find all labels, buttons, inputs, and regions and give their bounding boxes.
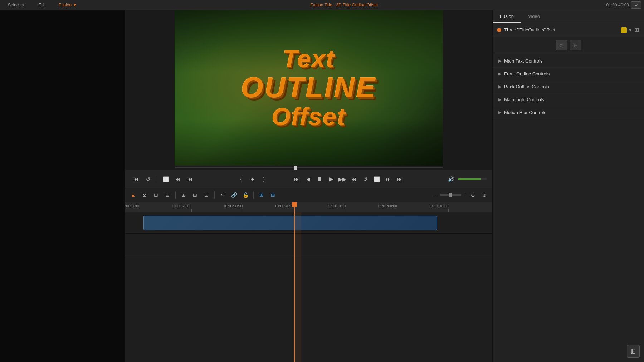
step-back-btn[interactable]: ◀ <box>303 174 313 184</box>
scrubber-track <box>175 167 443 168</box>
scrubber-head[interactable] <box>294 166 297 170</box>
tick-3: 01:00:30:00 <box>243 209 243 212</box>
chevron-back-outline: ▶ <box>498 84 501 89</box>
stop-btn[interactable]: ⏹ <box>314 174 325 184</box>
clip-1[interactable] <box>143 216 437 230</box>
transport-bar: ⏮ ↺ ⬜ ⏭ ⏮ ⟨ ◆ ⟩ ⏮ ◀ ⏹ ▶ ▶▶ ⏭ ↺ ⬜ <box>125 170 492 188</box>
scrubber[interactable] <box>175 166 443 170</box>
track-1 <box>125 212 492 234</box>
node-name-label: ThreeDTitleOutlineOffset <box>504 27 618 33</box>
tick-7: 01:01:10:00 <box>448 209 449 212</box>
prev-marker-btn[interactable]: ⟨ <box>236 174 246 184</box>
select-tool-btn[interactable]: ▲ <box>128 190 138 200</box>
dynamic-trim-btn[interactable]: ⊡ <box>151 190 161 200</box>
skip-to-start-btn[interactable]: ⏮ <box>131 174 141 184</box>
replace-btn[interactable]: ⊡ <box>201 190 211 200</box>
title-line2: OUTLINE <box>241 72 376 104</box>
project-title: Fusion Title - 3D Title Outline Offset <box>310 3 378 8</box>
skip-next-btn[interactable]: ⏭ <box>173 174 183 184</box>
tool-sep-3 <box>253 191 254 199</box>
diamond-btn[interactable]: ◆ <box>248 174 258 184</box>
main-light-controls-header[interactable]: ▶ Main Light Controls <box>493 93 644 106</box>
playhead-line <box>294 212 295 362</box>
grid-view-btn[interactable]: ⊟ <box>570 40 581 50</box>
main-text-controls-header[interactable]: ▶ Main Text Controls <box>493 55 644 67</box>
tick-6: 01:01:00:00 <box>397 209 397 212</box>
zoom-slider[interactable] <box>440 194 461 196</box>
zoom-fit-btn[interactable]: ⊙ <box>468 190 478 200</box>
settings-btn[interactable]: ⚙ <box>631 1 641 9</box>
right-preview-area: Text OUTLINE Offset <box>125 10 492 170</box>
next-clip-btn[interactable]: ⏭ <box>383 174 393 184</box>
tab-fusion-panel[interactable]: Fusion <box>493 11 521 23</box>
playback-controls: ⏮ ◀ ⏹ ▶ ▶▶ ⏭ ↺ ⬜ ⏭ ⏮ <box>292 174 405 184</box>
link-btn[interactable]: 🔗 <box>229 190 239 200</box>
zoom-plus[interactable]: + <box>464 192 467 197</box>
title-line3: Offset <box>241 104 376 131</box>
loop2-btn[interactable]: ↺ <box>360 174 370 184</box>
bottom-right-icon[interactable]: E <box>627 345 640 358</box>
go-to-end-btn[interactable]: ⏭ <box>349 174 359 184</box>
node-expand-btn[interactable]: ⊞ <box>634 26 640 34</box>
snap-btn[interactable]: ↩ <box>218 190 228 200</box>
front-outline-controls-header[interactable]: ▶ Front Outline Controls <box>493 68 644 80</box>
zoom-handle[interactable] <box>449 193 452 197</box>
back-outline-controls-header[interactable]: ▶ Back Outline Controls <box>493 80 644 93</box>
panel-bottom: E <box>493 341 644 362</box>
preview-area: Text OUTLINE Offset <box>125 10 492 170</box>
motion-blur-controls-header[interactable]: ▶ Motion Blur Controls <box>493 106 644 119</box>
insert-btn[interactable]: ⊞ <box>179 190 189 200</box>
razor-btn[interactable]: ⊟ <box>162 190 172 200</box>
tab-fusion[interactable]: Fusion ▼ <box>54 2 82 8</box>
volume-icon[interactable]: 🔊 <box>446 174 456 184</box>
timeline-ruler: 01:00:10:00 01:00:20:00 01:00:30:00 01:0… <box>125 202 492 212</box>
center-transport: ⟨ ◆ ⟩ <box>236 174 269 184</box>
play-btn[interactable]: ▶ <box>326 174 336 184</box>
ruler-playhead <box>294 202 295 212</box>
marker-color-btn[interactable]: ⊞ <box>268 190 278 200</box>
tool-sep-2 <box>214 191 215 199</box>
back-outline-controls-label: Back Outline Controls <box>504 84 549 89</box>
chevron-main-text: ▶ <box>498 59 501 63</box>
volume-slider[interactable] <box>458 178 487 180</box>
view-mode-bar: ≡ ⊟ <box>493 37 644 53</box>
transport-sep-1 <box>157 176 157 183</box>
step-fwd-btn[interactable]: ▶▶ <box>337 174 347 184</box>
skip-end-btn[interactable]: ⏮ <box>185 174 195 184</box>
full-screen-btn[interactable]: ⬜ <box>372 174 382 184</box>
control-group-main-light: ▶ Main Light Controls <box>493 93 644 106</box>
list-view-btn[interactable]: ≡ <box>556 40 567 50</box>
frame-display-btn[interactable]: ⬜ <box>161 174 171 184</box>
control-group-main-text: ▶ Main Text Controls <box>493 55 644 68</box>
flag-btn[interactable]: ⊞ <box>257 190 267 200</box>
timeline-area: 01:00:10:00 01:00:20:00 01:00:30:00 01:0… <box>125 202 492 362</box>
right-panel: Fusion Video ThreeDTitleOutlineOffset ▾ … <box>492 10 644 362</box>
zoom-minus[interactable]: − <box>434 192 437 197</box>
preview-inner: Text OUTLINE Offset <box>175 10 443 170</box>
playhead-region <box>294 212 302 362</box>
trim-tool-btn[interactable]: ⊠ <box>140 190 150 200</box>
tick-2: 01:00:20:00 <box>191 209 192 212</box>
center-area: Text OUTLINE Offset ⏮ <box>125 10 492 362</box>
node-controls: ▾ ⊞ <box>621 26 640 34</box>
timeline-tracks <box>125 212 492 362</box>
tab-selection[interactable]: Selection <box>3 2 30 8</box>
node-indicator <box>497 28 501 32</box>
tab-video-panel[interactable]: Video <box>521 11 547 23</box>
chevron-main-light: ▶ <box>498 97 501 102</box>
tab-edit[interactable]: Edit <box>33 2 51 8</box>
playhead-marker[interactable] <box>292 202 297 207</box>
node-dropdown-btn[interactable]: ▾ <box>628 26 632 34</box>
go-to-start-btn[interactable]: ⏮ <box>292 174 302 184</box>
mark-out-btn[interactable]: ⏮ <box>395 174 405 184</box>
next-marker-btn[interactable]: ⟩ <box>259 174 269 184</box>
control-group-motion-blur: ▶ Motion Blur Controls <box>493 106 644 119</box>
lock-btn[interactable]: 🔒 <box>240 190 250 200</box>
overwrite-btn[interactable]: ⊟ <box>190 190 200 200</box>
loop-btn[interactable]: ↺ <box>143 174 153 184</box>
zoom-in-btn[interactable]: ⊕ <box>479 190 489 200</box>
title-line1: Text <box>241 45 376 72</box>
title-overlay: Text OUTLINE Offset <box>241 45 376 131</box>
chevron-front-outline: ▶ <box>498 72 501 76</box>
node-color-swatch[interactable] <box>621 27 627 33</box>
